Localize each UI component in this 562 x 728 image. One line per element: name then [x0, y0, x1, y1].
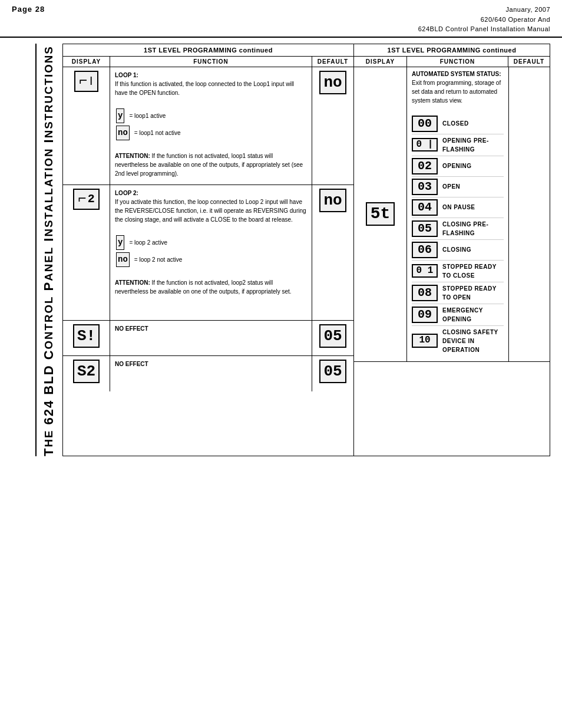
display-cell-s2: S2 — [63, 356, 110, 391]
table-row: S! NO EFFECT 05 — [63, 321, 353, 356]
status-opening-pre: 0 | OPENING PRE-FLASHING — [412, 134, 504, 156]
status-closed: 00 CLOSED — [412, 114, 504, 134]
page-number: Page 28 — [12, 5, 45, 14]
header-title1: 620/640 Operator And — [418, 15, 550, 25]
function-cell-s1: NO EFFECT — [110, 321, 312, 355]
status-closing: 06 CLOSING — [412, 240, 504, 261]
right-table: 1ST LEVEL PROGRAMMING continued DISPLAY … — [354, 44, 550, 456]
left-col-display: DISPLAY — [63, 57, 110, 67]
page-header: Page 28 January, 2007 620/640 Operator A… — [0, 0, 562, 38]
vertical-title: THE 624 BLD CONTROL PANEL INSTALLATION I… — [35, 44, 57, 456]
display-cell-st: 5t — [354, 67, 407, 361]
display-cell-l1: ⌐ | — [63, 67, 110, 185]
right-col-display: DISPLAY — [354, 57, 407, 67]
right-col-default: DEFAULT — [508, 57, 550, 67]
function-cell-s2: NO EFFECT — [110, 356, 312, 391]
header-title2: 624BLD Control Panel Installation Manual — [418, 24, 550, 34]
status-stopped-open: 08 STOPPED READY TO OPEN — [412, 282, 504, 304]
default-cell-s1: 05 — [312, 321, 353, 355]
left-table: 1ST LEVEL PROGRAMMING continued DISPLAY … — [62, 44, 354, 456]
status-closing-pre: 05 CLOSING PRE-FLASHING — [412, 218, 504, 240]
header-date: January, 2007 — [418, 5, 550, 15]
default-cell-automated — [508, 67, 550, 361]
status-on-pause: 04 ON PAUSE — [412, 197, 504, 218]
table-row: ⌐ | LOOP 1: If this function is activate… — [63, 67, 353, 185]
table-row: ⌐ 2 LOOP 2: If you activate this functio… — [63, 185, 353, 321]
default-cell-l1: no — [312, 67, 353, 185]
right-col-function: FUNCTION — [407, 57, 508, 67]
left-col-default: DEFAULT — [312, 57, 353, 67]
status-open: 03 OPEN — [412, 177, 504, 197]
display-cell-l2: ⌐ 2 — [63, 185, 110, 320]
default-cell-l2: no — [312, 185, 353, 320]
function-cell-automated: AUTOMATED SYSTEM STATUS: Exit from progr… — [407, 67, 508, 361]
right-section-header: 1ST LEVEL PROGRAMMING continued — [354, 44, 550, 57]
left-section-header: 1ST LEVEL PROGRAMMING continued — [63, 44, 353, 57]
function-cell-l1: LOOP 1: If this function is activated, t… — [110, 67, 312, 185]
display-cell-s1: S! — [63, 321, 110, 355]
table-row: 5t AUTOMATED SYSTEM STATUS: Exit from pr… — [354, 67, 550, 362]
status-emergency: 09 EMERGENCY OPENING — [412, 304, 504, 326]
table-row: S2 NO EFFECT 05 — [63, 356, 353, 391]
status-stopped-close: 0 1 STOPPED READY TO CLOSE — [412, 261, 504, 282]
left-col-function: FUNCTION — [110, 57, 312, 67]
status-opening: 02 OPENING — [412, 156, 504, 177]
default-cell-s2: 05 — [312, 356, 353, 391]
function-cell-l2: LOOP 2: If you activate this function, t… — [110, 185, 312, 320]
header-right: January, 2007 620/640 Operator And 624BL… — [418, 5, 550, 34]
status-closing-safety: 10 CLOSING SAFETY DEVICE IN OPERATION — [412, 326, 504, 356]
